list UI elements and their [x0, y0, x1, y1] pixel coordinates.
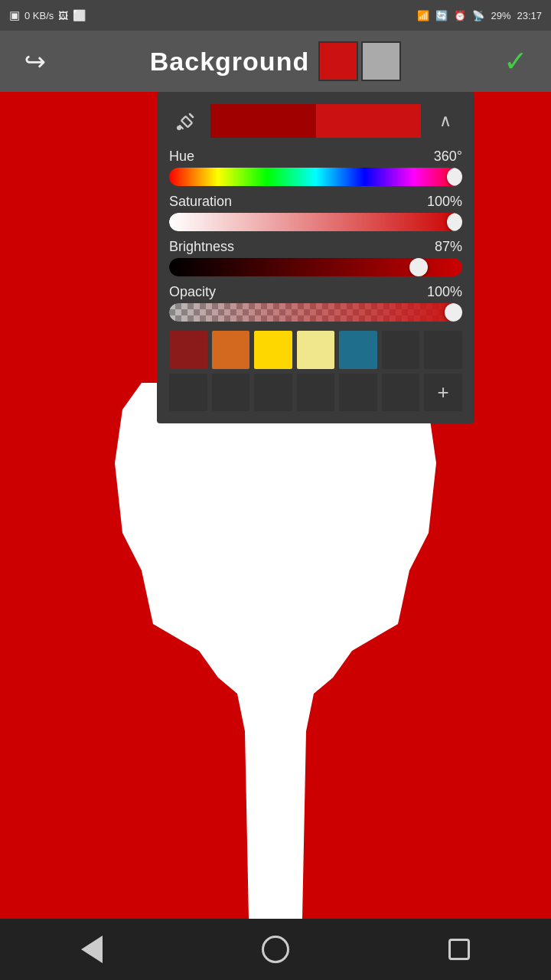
page-title: Background — [150, 47, 309, 77]
swatches-grid-row1 — [169, 331, 462, 369]
status-bar: ▣ 0 KB/s 🖼 ⬜ 📶 🔄 ⏰ 📡 29% 23:17 — [0, 0, 551, 31]
svg-point-3 — [177, 126, 181, 130]
clock-icon: ⏰ — [454, 10, 466, 21]
recents-nav-button[interactable] — [436, 926, 482, 972]
brightness-label: Brightness — [169, 239, 234, 255]
saturation-track-container[interactable] — [169, 213, 462, 231]
confirm-button[interactable]: ✓ — [493, 38, 539, 84]
chevron-up-icon: ∧ — [439, 111, 452, 131]
svg-rect-1 — [181, 116, 192, 127]
status-left: ▣ 0 KB/s 🖼 ⬜ — [9, 8, 86, 22]
saturation-value: 100% — [427, 194, 462, 210]
saturation-label: Saturation — [169, 194, 232, 210]
saturation-slider-header: Saturation 100% — [169, 194, 462, 210]
rotate-icon: 🔄 — [435, 10, 448, 21]
brightness-track-container[interactable] — [169, 258, 462, 276]
swatches-grid-row2: + — [169, 374, 462, 412]
add-swatch-button[interactable]: + — [424, 374, 462, 412]
swatch-7[interactable] — [169, 374, 207, 412]
eyedropper-button[interactable] — [169, 104, 203, 138]
back-nav-button[interactable] — [69, 926, 115, 972]
color-preview-old — [210, 104, 316, 138]
toolbar-colors — [318, 41, 401, 81]
opacity-slider-header: Opacity 100% — [169, 284, 462, 300]
hue-slider-header: Hue 360° — [169, 149, 462, 165]
image-icon: 🖼 — [58, 10, 68, 21]
swatch-5[interactable] — [382, 331, 420, 369]
eyedropper-icon — [176, 111, 196, 131]
hue-track-container[interactable] — [169, 168, 462, 186]
signal-icon: 📡 — [472, 10, 484, 21]
saturation-slider-row: Saturation 100% — [169, 194, 462, 231]
app-icon: ▣ — [9, 8, 20, 22]
battery-label: 29% — [491, 10, 510, 21]
undo-button[interactable]: ↩ — [12, 38, 58, 84]
undo-icon: ↩ — [24, 46, 46, 77]
swatch-1[interactable] — [212, 331, 250, 369]
panel-top-row: ∧ — [169, 104, 462, 138]
brightness-thumb[interactable] — [409, 258, 428, 276]
color-preview-bar — [210, 104, 421, 138]
swatch-11[interactable] — [339, 374, 377, 412]
screen-icon: ⬜ — [73, 9, 86, 21]
data-usage: 0 KB/s — [24, 10, 54, 21]
primary-color-swatch[interactable] — [318, 41, 358, 81]
color-picker-panel: ∧ Hue 360° Saturation 100% Brightness 87… — [157, 92, 474, 423]
swatch-8[interactable] — [212, 374, 250, 412]
swatch-12[interactable] — [382, 374, 420, 412]
hue-thumb[interactable] — [447, 168, 462, 186]
color-preview-new — [316, 104, 422, 138]
brightness-slider-header: Brightness 87% — [169, 239, 462, 255]
swatch-2[interactable] — [254, 331, 292, 369]
swatch-6[interactable] — [424, 331, 462, 369]
time-label: 23:17 — [517, 10, 542, 21]
brightness-slider-row: Brightness 87% — [169, 239, 462, 276]
saturation-track — [169, 213, 462, 231]
swatches-section: + — [169, 331, 462, 411]
svg-line-0 — [190, 114, 193, 117]
swatch-4[interactable] — [339, 331, 377, 369]
checkmark-icon: ✓ — [504, 44, 528, 78]
opacity-track-overlay — [169, 303, 462, 322]
saturation-thumb[interactable] — [447, 213, 462, 231]
swatch-10[interactable] — [297, 374, 335, 412]
secondary-color-swatch[interactable] — [361, 41, 401, 81]
hue-track — [169, 168, 462, 186]
opacity-slider-row: Opacity 100% — [169, 284, 462, 322]
collapse-button[interactable]: ∧ — [429, 104, 462, 138]
toolbar: ↩ Background ✓ — [0, 31, 551, 92]
opacity-thumb[interactable] — [445, 303, 463, 322]
nav-bar — [0, 919, 551, 980]
home-icon — [262, 936, 289, 963]
status-right: 📶 🔄 ⏰ 📡 29% 23:17 — [417, 10, 542, 21]
swatch-9[interactable] — [254, 374, 292, 412]
swatch-3[interactable] — [297, 331, 335, 369]
opacity-value: 100% — [427, 284, 462, 300]
opacity-track-container[interactable] — [169, 303, 462, 322]
wifi-icon: 📶 — [417, 10, 429, 21]
back-icon — [81, 936, 103, 963]
hue-label: Hue — [169, 149, 194, 165]
opacity-label: Opacity — [169, 284, 216, 300]
home-nav-button[interactable] — [253, 926, 298, 972]
hue-slider-row: Hue 360° — [169, 149, 462, 186]
brightness-value: 87% — [435, 239, 462, 255]
hue-value: 360° — [434, 149, 462, 165]
swatch-0[interactable] — [169, 331, 207, 369]
recents-icon — [448, 939, 470, 960]
